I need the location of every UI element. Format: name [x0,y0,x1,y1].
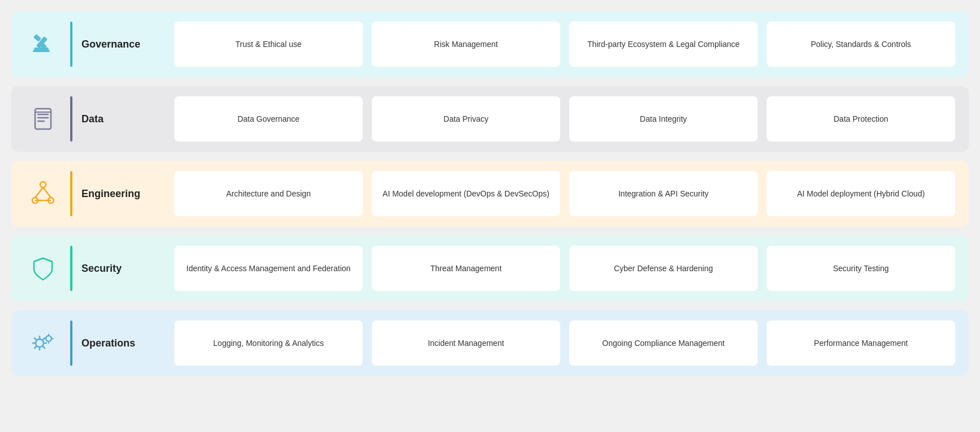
card-risk-management: Risk Management [372,22,560,67]
governance-divider [70,22,72,67]
card-ai-model-dev: AI Model development (DevOps & DevSecOps… [372,171,560,216]
engineering-cards: Architecture and Design AI Model develop… [174,171,955,216]
card-trust-ethical: Trust & Ethical use [174,22,363,67]
svg-rect-3 [33,34,41,42]
card-ai-model-deploy: AI Model deployment (Hybrid Cloud) [767,171,955,216]
card-policy-standards: Policy, Standards & Controls [767,22,955,67]
operations-row: Operations Logging, Monitoring & Analyti… [11,310,969,376]
governance-label: Governance [81,39,161,50]
svg-point-16 [36,339,44,347]
svg-point-25 [46,336,51,341]
governance-row: Governance Trust & Ethical use Risk Mana… [11,11,969,77]
card-integration-api: Integration & API Security [569,171,758,216]
card-iam: Identity & Access Management and Federat… [174,246,363,291]
svg-rect-1 [34,48,49,50]
security-row: Security Identity & Access Management an… [11,236,969,301]
svg-line-14 [43,187,51,198]
card-incident-management: Incident Management [372,320,560,366]
card-ongoing-compliance: Ongoing Compliance Management [569,320,758,366]
svg-line-21 [35,338,36,340]
data-label: Data [81,113,161,125]
security-cards: Identity & Access Management and Federat… [174,246,955,291]
card-data-privacy: Data Privacy [372,96,560,142]
card-cyber-defense: Cyber Defense & Hardening [569,246,758,291]
card-threat-management: Threat Management [372,246,560,291]
svg-point-10 [40,182,46,187]
svg-line-22 [43,347,45,348]
governance-icon [25,29,61,59]
engineering-row: Engineering Architecture and Design AI M… [11,161,969,226]
svg-line-13 [35,187,43,198]
card-logging: Logging, Monitoring & Analytics [174,320,363,366]
security-label: Security [81,263,161,275]
card-security-testing: Security Testing [767,246,955,291]
security-icon [25,254,61,283]
governance-cards: Trust & Ethical use Risk Management Thir… [174,22,955,67]
operations-label: Operations [81,337,161,349]
security-divider [70,246,72,291]
data-icon [25,104,61,134]
data-cards: Data Governance Data Privacy Data Integr… [174,96,955,142]
operations-cards: Logging, Monitoring & Analytics Incident… [174,320,955,366]
card-data-integrity: Data Integrity [569,96,758,142]
engineering-icon [25,179,61,208]
card-architecture: Architecture and Design [174,171,363,216]
card-data-governance: Data Governance [174,96,363,142]
svg-line-24 [35,347,36,348]
card-performance-management: Performance Management [767,320,955,366]
card-third-party: Third-party Ecosystem & Legal Compliance [569,22,758,67]
data-row: Data Data Governance Data Privacy Data I… [11,86,969,152]
operations-icon [25,328,61,358]
framework-container: Governance Trust & Ethical use Risk Mana… [11,11,969,376]
svg-rect-0 [33,50,50,52]
operations-divider [70,320,72,366]
engineering-divider [70,171,72,216]
card-data-protection: Data Protection [767,96,955,142]
engineering-label: Engineering [81,188,161,200]
data-divider [70,96,72,142]
